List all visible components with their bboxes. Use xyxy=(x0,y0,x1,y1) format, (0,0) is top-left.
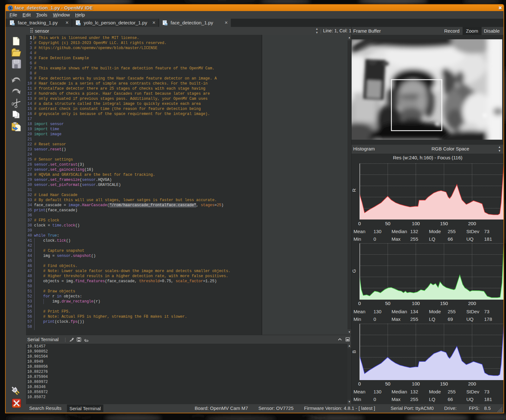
svg-text:py: py xyxy=(165,23,167,25)
svg-text:py: py xyxy=(12,23,15,25)
svg-text:py: py xyxy=(78,23,81,25)
